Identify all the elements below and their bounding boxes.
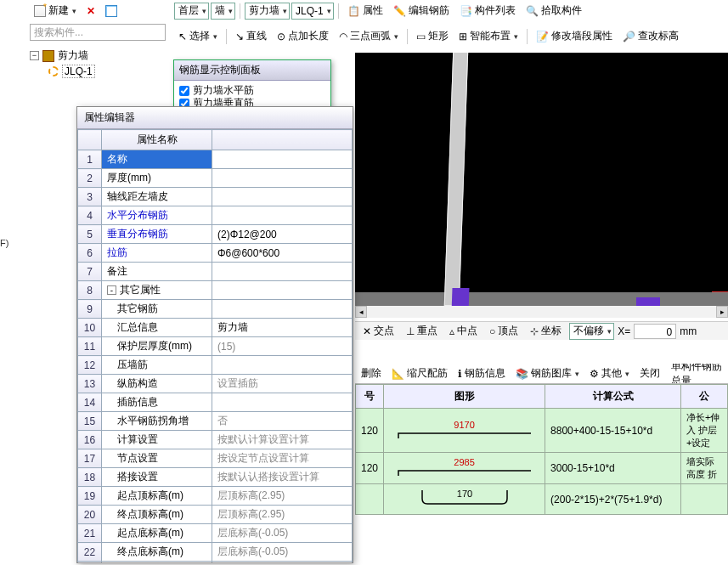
query-tool[interactable]: 🔎查改标高	[618, 26, 683, 46]
svg-text:170: 170	[456, 489, 471, 499]
prop-row[interactable]: 21起点底标高(m)层底标高(-0.05)	[78, 524, 353, 543]
h-scrollbar[interactable]: ◂▸	[355, 306, 728, 318]
pick-member-button[interactable]: 🔍拾取构件	[522, 1, 586, 20]
col-note[interactable]: 公	[681, 385, 728, 409]
prop-row[interactable]: 7备注	[78, 263, 353, 281]
panel-title[interactable]: 钢筋显示控制面板	[174, 60, 330, 81]
props-button[interactable]: 📋属性	[343, 1, 387, 20]
arc-tool[interactable]: ◠三点画弧▾	[335, 26, 403, 46]
floor-combo[interactable]: 首层▾	[174, 3, 209, 20]
member-list-button[interactable]: 📑构件列表	[455, 1, 520, 20]
prop-row[interactable]: 2厚度(mm)	[78, 169, 353, 188]
prop-row[interactable]: 5垂直分布钢筋(2)Φ12@200	[78, 225, 353, 244]
ground-plane	[355, 292, 728, 306]
toolbar-row-2: ↖选择▾ ↘直线 ⊙点加长度 ◠三点画弧▾ ▭矩形 ⊞智能布置▾ 📝修改墙段属性…	[174, 25, 728, 47]
tb-info[interactable]: ℹ钢筋信息	[454, 364, 510, 383]
rect-tool[interactable]: ▭矩形	[412, 26, 453, 46]
mm-label: mm	[680, 325, 697, 337]
snap-mid[interactable]: ▵中点	[445, 321, 482, 341]
smart-tool[interactable]: ⊞智能布置▾	[454, 26, 522, 46]
tb-scale[interactable]: 📐缩尺配筋	[387, 364, 452, 383]
category-combo[interactable]: 墙▾	[211, 3, 235, 20]
tb-close[interactable]: 关闭	[635, 364, 664, 383]
prop-row[interactable]: 12压墙筋	[78, 356, 353, 375]
gear-icon	[48, 66, 59, 76]
tb-total: 单构件钢筋总量	[671, 364, 726, 384]
snap-coord[interactable]: ⊹坐标	[526, 321, 566, 341]
prop-row[interactable]: 8-其它属性	[78, 281, 353, 300]
line-tool[interactable]: ↘直线	[231, 26, 271, 46]
prop-row[interactable]: 22终点底标高(m)层底标高(-0.05)	[78, 543, 353, 562]
axis-line	[712, 291, 728, 292]
extend-tool[interactable]: ⊙点加长度	[273, 26, 333, 46]
wallprop-tool[interactable]: 📝修改墙段属性	[532, 26, 617, 46]
result-grid: 号 图形 计算公式 公 120 9170 8800+400-15-15+10*d…	[355, 384, 728, 565]
prop-row[interactable]: 11保护层厚度(mm)(15)	[78, 337, 353, 356]
prop-row[interactable]: 19起点顶标高(m)层顶标高(2.95)	[78, 487, 353, 506]
doc-icon	[105, 5, 117, 17]
toolbar-row-1: 新建▾ ✕ 首层▾ 墙▾ 剪力墙▾ JLQ-1▾ 📋属性 ✏️编辑钢筋 📑构件列…	[0, 0, 728, 21]
prop-row[interactable]: 23+锚固搭接	[78, 562, 353, 563]
delete-button[interactable]: ✕	[82, 3, 99, 20]
prop-row[interactable]: 13纵筋构造设置插筋	[78, 375, 353, 393]
edit-rebar-button[interactable]: ✏️编辑钢筋	[389, 1, 454, 20]
property-editor: 属性编辑器 属性名称 1名称2厚度(mm)3轴线距左墙皮4水平分布钢筋5垂直分布…	[76, 106, 353, 563]
tb-lib[interactable]: 📚钢筋图库▾	[511, 364, 584, 383]
select-tool[interactable]: ↖选择▾	[174, 26, 222, 46]
prop-row[interactable]: 9其它钢筋	[78, 300, 353, 319]
x-label: X=	[618, 325, 630, 337]
prop-row[interactable]: 6拉筋Φ6@600*600	[78, 244, 353, 263]
prop-row[interactable]: 4水平分布钢筋	[78, 206, 353, 225]
tb-other[interactable]: ⚙其他▾	[585, 364, 634, 383]
x-icon: ✕	[87, 5, 95, 17]
tree-root[interactable]: −剪力墙	[30, 48, 174, 64]
new-button[interactable]: 新建▾	[30, 1, 81, 20]
panel-check-0[interactable]: 剪力墙水平筋	[179, 84, 325, 97]
dropdown-icon: ▾	[72, 7, 76, 15]
grid-row[interactable]: 120 2985 3000-15+10*d 墙实际高度 折	[356, 453, 728, 484]
prop-row[interactable]: 14插筋信息	[78, 393, 353, 412]
prop-row[interactable]: 1名称	[78, 150, 353, 169]
result-toolbar: 删除 📐缩尺配筋 ℹ钢筋信息 📚钢筋图库▾ ⚙其他▾ 关闭 单构件钢筋总量	[355, 364, 728, 384]
x-value[interactable]: 0	[634, 324, 676, 339]
propwin-titlebar[interactable]: 属性编辑器	[77, 107, 353, 129]
left-pane: 搜索构件... −剪力墙 JLQ-1	[30, 24, 174, 79]
snap-end[interactable]: ○顶点	[485, 321, 522, 341]
wall-icon	[42, 50, 54, 62]
margin-text: F)	[0, 238, 8, 248]
type-combo[interactable]: 剪力墙▾	[245, 3, 290, 20]
prop-row[interactable]: 3轴线距左墙皮	[78, 188, 353, 206]
wall-element[interactable]	[444, 53, 468, 306]
prop-row[interactable]: 10汇总信息剪力墙	[78, 319, 353, 337]
snap-perp[interactable]: ⊥重点	[402, 321, 442, 341]
model-viewport[interactable]: ◂▸	[355, 53, 728, 318]
prop-row[interactable]: 18搭接设置按默认认搭接设置计算	[78, 468, 353, 487]
offset-combo[interactable]: 不偏移▾	[569, 323, 614, 340]
col-formula[interactable]: 计算公式	[545, 385, 681, 409]
tree-child[interactable]: JLQ-1	[48, 64, 174, 79]
prop-row[interactable]: 15水平钢筋拐角增否	[78, 412, 353, 431]
search-input[interactable]: 搜索构件...	[30, 24, 166, 41]
col-shape[interactable]: 图形	[384, 385, 545, 409]
snap-intersect[interactable]: ✕交点	[358, 321, 398, 341]
prop-row[interactable]: 20终点顶标高(m)层顶标高(2.95)	[78, 506, 353, 524]
col-num[interactable]: 号	[356, 385, 384, 409]
copy-button[interactable]	[101, 3, 121, 20]
member-combo[interactable]: JLQ-1▾	[291, 3, 334, 20]
new-icon	[34, 5, 46, 17]
grid-row[interactable]: 120 9170 8800+400-15-15+10*d 净长+伸入 护层+设定	[356, 409, 728, 453]
prop-row[interactable]: 16计算设置按默认计算设置计算	[78, 431, 353, 449]
marker	[636, 297, 660, 306]
checkbox-icon[interactable]	[179, 86, 189, 96]
grid-row[interactable]: 170 (200-2*15)+2*(75+1.9*d)	[356, 484, 728, 515]
collapse-icon[interactable]: −	[30, 51, 39, 60]
snap-status-bar: ✕交点 ⊥重点 ▵中点 ○顶点 ⊹坐标 不偏移▾ X= 0 mm	[355, 321, 728, 340]
tb-delete[interactable]: 删除	[357, 364, 386, 383]
prop-row[interactable]: 17节点设置按设定节点设置计算	[78, 449, 353, 468]
member-tree: −剪力墙 JLQ-1	[30, 48, 174, 79]
